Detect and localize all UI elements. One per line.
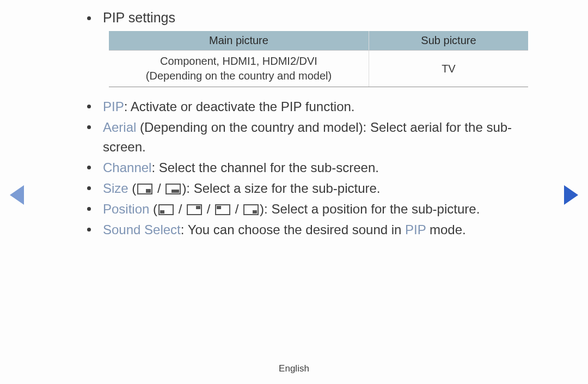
nav-next-arrow[interactable] [564, 185, 578, 205]
main-picture-line1: Component, HDMI1, HDMI2/DVI [160, 55, 317, 67]
bullet-icon [87, 166, 91, 169]
list-item: Size ( / ): Select a size for the sub-pi… [87, 179, 523, 198]
list-item: Channel: Select the channel for the sub-… [87, 158, 523, 178]
position-bottom-right-icon [243, 204, 259, 215]
nav-prev-arrow[interactable] [10, 185, 24, 205]
term-sound-select: Sound Select [103, 222, 181, 237]
table-cell-main: Component, HDMI1, HDMI2/DVI (Depending o… [109, 51, 369, 87]
bullet-icon [87, 16, 91, 20]
term-pip: PIP [103, 99, 124, 114]
list-item: PIP: Activate or deactivate the PIP func… [87, 97, 523, 117]
bullet-icon [87, 228, 91, 231]
table-header-main: Main picture [109, 31, 369, 51]
desc-sound-post: mode. [426, 222, 465, 237]
term-size: Size [103, 181, 128, 196]
table-cell-sub: TV [369, 51, 528, 87]
main-picture-line2: (Depending on the country and model) [146, 70, 332, 82]
desc-aerial: (Depending on the country and model): Se… [103, 120, 512, 154]
section-heading: PIP settings [103, 10, 175, 26]
section-heading-row: PIP settings [87, 10, 523, 26]
position-bottom-left-icon [158, 204, 174, 215]
bullet-icon [87, 186, 91, 190]
term-aerial: Aerial [103, 120, 136, 135]
desc-channel: : Select the channel for the sub-screen. [151, 160, 379, 175]
size-small-icon [137, 184, 152, 194]
term-channel: Channel [103, 160, 151, 175]
bullet-icon [87, 207, 91, 211]
list-item: Aerial (Depending on the country and mod… [87, 118, 523, 157]
desc-size: ): Select a size for the sub-picture. [182, 181, 380, 196]
list-item: Sound Select: You can choose the desired… [87, 220, 523, 240]
bullet-icon [87, 125, 91, 129]
table-header-sub: Sub picture [369, 31, 528, 51]
position-top-left-icon [215, 204, 230, 215]
size-wide-icon [166, 184, 181, 194]
bullet-icon [87, 105, 91, 108]
list-item: Position ( / / / ): Select a position fo… [87, 199, 523, 219]
desc-pip: : Activate or deactivate the PIP functio… [124, 99, 355, 114]
desc-sound-pre: : You can choose the desired sound in [181, 222, 405, 237]
desc-position: ): Select a position for the sub-picture… [260, 202, 480, 216]
term-position: Position [103, 202, 149, 216]
pip-inline: PIP [405, 222, 426, 237]
pip-settings-table: Main picture Sub picture Component, HDMI… [109, 31, 528, 87]
definitions-list: PIP: Activate or deactivate the PIP func… [87, 97, 523, 240]
position-top-right-icon [187, 204, 202, 215]
footer-language: English [0, 363, 588, 374]
